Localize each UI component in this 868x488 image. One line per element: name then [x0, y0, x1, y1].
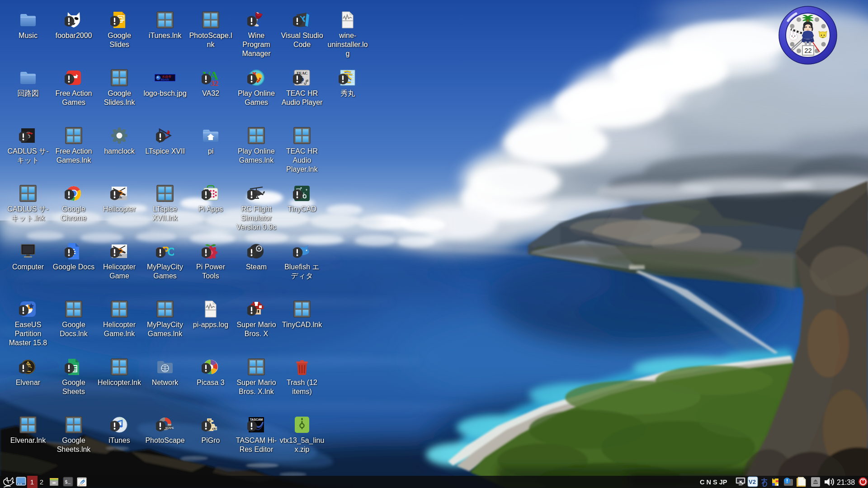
svg-text:21:38: 21:38 [837, 479, 855, 486]
svg-text:V2: V2 [749, 479, 756, 485]
svg-text:22: 22 [804, 47, 811, 54]
svg-text:1: 1 [30, 478, 34, 486]
svg-text:$_: $_ [65, 479, 71, 485]
svg-text:C N S JP: C N S JP [700, 479, 727, 486]
svg-text:2: 2 [40, 478, 43, 486]
